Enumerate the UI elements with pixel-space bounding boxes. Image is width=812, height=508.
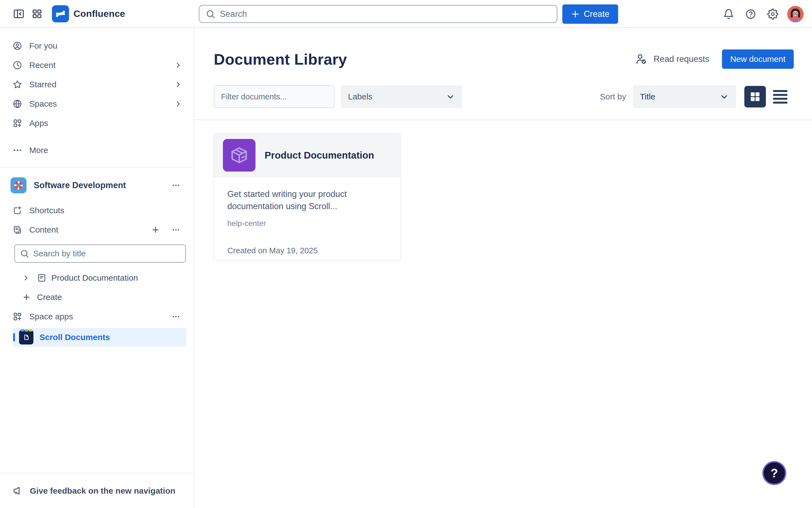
top-bar: Confluence Create [0, 0, 812, 28]
space-avatar-lifebuoy-icon [10, 177, 27, 194]
grid-view-icon [749, 91, 761, 102]
page-title: Document Library [214, 50, 347, 68]
app-switcher-button[interactable] [29, 6, 45, 22]
add-content-button[interactable] [149, 224, 162, 236]
space-header-software-development[interactable]: Software Development [0, 175, 194, 196]
content-search-input[interactable] [33, 249, 166, 258]
notifications-button[interactable] [721, 6, 736, 22]
sort-by-label: Sort by [600, 92, 626, 101]
global-search-input[interactable] [220, 9, 524, 19]
global-search[interactable] [199, 5, 557, 23]
filter-documents-input[interactable] [221, 92, 327, 101]
scroll-documents-app-icon [19, 330, 34, 344]
chevron-right-icon [22, 274, 30, 282]
ellipsis-icon [172, 226, 180, 234]
ellipsis-icon [172, 181, 180, 189]
help-button[interactable] [743, 6, 758, 22]
gear-icon [767, 8, 778, 19]
sidebar-item-content[interactable]: Content [0, 220, 194, 240]
sidebar-create-page-button[interactable]: Create [0, 288, 194, 307]
confluence-home-link[interactable]: Confluence [52, 5, 125, 23]
list-view-icon [773, 90, 787, 92]
sidebar-item-recent[interactable]: Recent [0, 55, 194, 75]
user-avatar[interactable] [787, 6, 804, 23]
megaphone-icon [13, 485, 23, 496]
sidebar-item-spaces[interactable]: Spaces [0, 94, 194, 114]
create-button[interactable]: Create [562, 4, 618, 24]
card-created-date: Created on May 19, 2025 [227, 246, 388, 255]
ellipsis-icon [172, 312, 180, 321]
sidebar-divider [0, 167, 194, 168]
selected-indicator [13, 333, 15, 341]
document-card-product-documentation[interactable]: Product Documentation Get started writin… [214, 133, 401, 260]
apps-grid-plus-icon [13, 119, 22, 128]
labels-dropdown[interactable]: Labels [341, 85, 462, 108]
space-actions-button[interactable] [170, 179, 182, 192]
chevron-right-icon [174, 100, 182, 108]
document-package-icon [223, 139, 256, 172]
new-document-button[interactable]: New document [722, 49, 794, 69]
plus-icon [571, 10, 580, 18]
sidebar-item-more[interactable]: More [0, 140, 194, 160]
sort-dropdown[interactable]: Title [633, 85, 736, 108]
document-icon [37, 273, 46, 283]
plus-icon [151, 225, 160, 234]
sidebar-item-shortcuts[interactable]: Shortcuts [0, 201, 194, 220]
plus-icon [22, 293, 31, 302]
card-description: Get started writing your product documen… [227, 188, 382, 212]
chevron-right-icon [174, 81, 182, 88]
shortcuts-icon [13, 206, 22, 215]
card-label: help-center [227, 219, 388, 228]
chevron-down-icon [719, 92, 729, 101]
sidebar-item-apps[interactable]: Apps [0, 114, 194, 133]
space-apps-actions-button[interactable] [170, 310, 182, 323]
globe-icon [13, 99, 22, 109]
card-title: Product Documentation [265, 150, 374, 161]
sidebar: For you Recent Starred Spaces Apps More [0, 28, 194, 508]
sidebar-item-scroll-documents-selected[interactable]: Scroll Documents [12, 328, 186, 347]
pages-icon [13, 225, 22, 235]
chevron-down-icon [446, 92, 455, 101]
list-view-toggle[interactable] [773, 88, 790, 105]
person-circle-icon [13, 41, 22, 50]
content-divider [194, 120, 812, 120]
question-circle-icon [745, 8, 756, 19]
apps-grid-plus-icon [13, 312, 22, 321]
space-name: Software Development [34, 180, 126, 190]
search-icon [20, 249, 29, 258]
settings-button[interactable] [765, 6, 780, 22]
read-requests-button[interactable]: Read requests [635, 53, 709, 65]
content-search[interactable] [14, 245, 186, 263]
collapse-sidebar-button[interactable] [11, 6, 27, 22]
content-actions-button[interactable] [170, 224, 182, 236]
confluence-logo-icon [52, 5, 69, 23]
sidebar-item-space-apps[interactable]: Space apps [0, 307, 194, 326]
give-feedback-link[interactable]: Give feedback on the new navigation [0, 473, 194, 508]
clock-icon [13, 60, 22, 70]
ellipsis-icon [13, 145, 22, 155]
app-name: Confluence [74, 8, 125, 19]
sidebar-item-for-you[interactable]: For you [0, 36, 194, 55]
main-content: Document Library Read requests New docum… [194, 28, 812, 508]
grid-view-toggle-active[interactable] [744, 86, 766, 108]
person-check-icon [635, 53, 647, 65]
tree-item-product-documentation[interactable]: Product Documentation [0, 268, 194, 288]
sidebar-item-starred[interactable]: Starred [0, 75, 194, 94]
chevron-right-icon [174, 61, 182, 69]
help-fab-button[interactable]: ? [762, 461, 786, 485]
filter-documents-field[interactable] [214, 85, 334, 108]
bell-icon [723, 8, 734, 19]
search-icon [206, 9, 216, 19]
star-icon [13, 80, 22, 89]
